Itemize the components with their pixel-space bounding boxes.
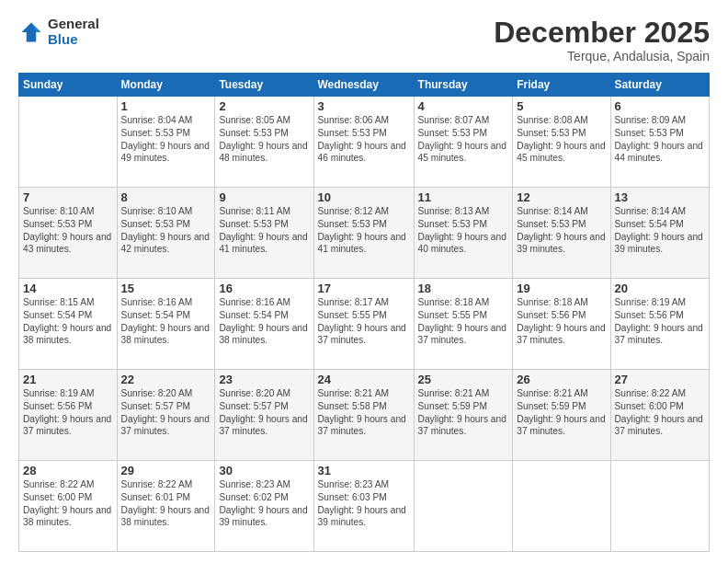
calendar-cell: 27Sunrise: 8:22 AM Sunset: 6:00 PM Dayli…	[610, 370, 710, 461]
title-block: December 2025 Terque, Andalusia, Spain	[494, 17, 710, 63]
calendar-cell: 7Sunrise: 8:10 AM Sunset: 5:53 PM Daylig…	[19, 188, 118, 279]
calendar-cell: 16Sunrise: 8:16 AM Sunset: 5:54 PM Dayli…	[215, 279, 313, 370]
calendar-cell: 18Sunrise: 8:18 AM Sunset: 5:55 PM Dayli…	[414, 279, 513, 370]
calendar-cell: 14Sunrise: 8:15 AM Sunset: 5:54 PM Dayli…	[19, 279, 118, 370]
calendar-cell: 10Sunrise: 8:12 AM Sunset: 5:53 PM Dayli…	[313, 188, 414, 279]
weekday-header-monday: Monday	[117, 74, 215, 97]
day-number: 2	[219, 99, 309, 113]
calendar-cell: 19Sunrise: 8:18 AM Sunset: 5:56 PM Dayli…	[513, 279, 610, 370]
calendar-week-row: 1Sunrise: 8:04 AM Sunset: 5:53 PM Daylig…	[19, 97, 710, 188]
day-info: Sunrise: 8:13 AM Sunset: 5:53 PM Dayligh…	[418, 205, 509, 256]
calendar-cell: 9Sunrise: 8:11 AM Sunset: 5:53 PM Daylig…	[215, 188, 313, 279]
day-number: 4	[418, 99, 509, 113]
calendar-cell: 21Sunrise: 8:19 AM Sunset: 5:56 PM Dayli…	[19, 370, 118, 461]
calendar-cell: 8Sunrise: 8:10 AM Sunset: 5:53 PM Daylig…	[117, 188, 215, 279]
day-info: Sunrise: 8:06 AM Sunset: 5:53 PM Dayligh…	[318, 114, 410, 165]
day-number: 29	[121, 464, 211, 477]
day-number: 6	[615, 99, 706, 113]
logo: General Blue	[18, 17, 99, 47]
day-info: Sunrise: 8:22 AM Sunset: 6:01 PM Dayligh…	[121, 478, 211, 529]
weekday-header-friday: Friday	[513, 74, 610, 97]
calendar-cell: 25Sunrise: 8:21 AM Sunset: 5:59 PM Dayli…	[414, 370, 513, 461]
calendar-cell: 2Sunrise: 8:05 AM Sunset: 5:53 PM Daylig…	[215, 97, 313, 188]
day-number: 11	[418, 190, 509, 204]
day-info: Sunrise: 8:23 AM Sunset: 6:03 PM Dayligh…	[318, 478, 410, 529]
calendar-cell: 31Sunrise: 8:23 AM Sunset: 6:03 PM Dayli…	[313, 461, 414, 552]
day-number: 27	[615, 373, 706, 386]
calendar-cell: 30Sunrise: 8:23 AM Sunset: 6:02 PM Dayli…	[215, 461, 313, 552]
day-info: Sunrise: 8:04 AM Sunset: 5:53 PM Dayligh…	[121, 114, 211, 165]
calendar-cell: 4Sunrise: 8:07 AM Sunset: 5:53 PM Daylig…	[414, 97, 513, 188]
day-number: 28	[23, 464, 113, 477]
calendar-cell	[513, 461, 610, 552]
day-info: Sunrise: 8:23 AM Sunset: 6:02 PM Dayligh…	[219, 478, 309, 529]
day-number: 1	[121, 99, 211, 113]
day-info: Sunrise: 8:10 AM Sunset: 5:53 PM Dayligh…	[23, 205, 113, 256]
day-number: 16	[219, 282, 309, 295]
day-info: Sunrise: 8:15 AM Sunset: 5:54 PM Dayligh…	[23, 296, 113, 347]
calendar-week-row: 14Sunrise: 8:15 AM Sunset: 5:54 PM Dayli…	[19, 279, 710, 370]
day-number: 20	[615, 282, 706, 295]
calendar-cell: 24Sunrise: 8:21 AM Sunset: 5:58 PM Dayli…	[313, 370, 414, 461]
calendar-cell: 3Sunrise: 8:06 AM Sunset: 5:53 PM Daylig…	[313, 97, 414, 188]
calendar-container: General Blue December 2025 Terque, Andal…	[0, 0, 728, 563]
day-info: Sunrise: 8:17 AM Sunset: 5:55 PM Dayligh…	[318, 296, 410, 347]
logo-general-text: General	[48, 17, 99, 32]
calendar-cell	[414, 461, 513, 552]
day-number: 24	[318, 373, 410, 386]
calendar-cell: 6Sunrise: 8:09 AM Sunset: 5:53 PM Daylig…	[610, 97, 710, 188]
header: General Blue December 2025 Terque, Andal…	[18, 17, 710, 63]
calendar-cell: 11Sunrise: 8:13 AM Sunset: 5:53 PM Dayli…	[414, 188, 513, 279]
day-info: Sunrise: 8:21 AM Sunset: 5:58 PM Dayligh…	[318, 387, 410, 438]
location-subtitle: Terque, Andalusia, Spain	[494, 49, 710, 63]
day-number: 30	[219, 464, 309, 477]
day-info: Sunrise: 8:22 AM Sunset: 6:00 PM Dayligh…	[23, 478, 113, 529]
day-number: 15	[121, 282, 211, 295]
calendar-cell: 12Sunrise: 8:14 AM Sunset: 5:53 PM Dayli…	[513, 188, 610, 279]
day-info: Sunrise: 8:08 AM Sunset: 5:53 PM Dayligh…	[517, 114, 606, 165]
calendar-cell: 17Sunrise: 8:17 AM Sunset: 5:55 PM Dayli…	[313, 279, 414, 370]
day-number: 31	[318, 464, 410, 477]
day-info: Sunrise: 8:19 AM Sunset: 5:56 PM Dayligh…	[615, 296, 706, 347]
day-number: 25	[418, 373, 509, 386]
calendar-cell	[610, 461, 710, 552]
day-number: 14	[23, 282, 113, 295]
day-info: Sunrise: 8:09 AM Sunset: 5:53 PM Dayligh…	[615, 114, 706, 165]
day-info: Sunrise: 8:20 AM Sunset: 5:57 PM Dayligh…	[219, 387, 309, 438]
day-info: Sunrise: 8:07 AM Sunset: 5:53 PM Dayligh…	[418, 114, 509, 165]
day-info: Sunrise: 8:18 AM Sunset: 5:55 PM Dayligh…	[418, 296, 509, 347]
day-info: Sunrise: 8:14 AM Sunset: 5:54 PM Dayligh…	[615, 205, 706, 256]
day-info: Sunrise: 8:19 AM Sunset: 5:56 PM Dayligh…	[23, 387, 113, 438]
calendar-week-row: 21Sunrise: 8:19 AM Sunset: 5:56 PM Dayli…	[19, 370, 710, 461]
calendar-table: SundayMondayTuesdayWednesdayThursdayFrid…	[18, 73, 710, 552]
day-info: Sunrise: 8:12 AM Sunset: 5:53 PM Dayligh…	[318, 205, 410, 256]
day-info: Sunrise: 8:21 AM Sunset: 5:59 PM Dayligh…	[517, 387, 606, 438]
day-info: Sunrise: 8:11 AM Sunset: 5:53 PM Dayligh…	[219, 205, 309, 256]
logo-text: General Blue	[48, 17, 99, 47]
weekday-header-row: SundayMondayTuesdayWednesdayThursdayFrid…	[19, 74, 710, 97]
weekday-header-wednesday: Wednesday	[313, 74, 414, 97]
day-number: 10	[318, 190, 410, 204]
day-number: 26	[517, 373, 606, 386]
day-number: 3	[318, 99, 410, 113]
day-number: 19	[517, 282, 606, 295]
day-number: 7	[23, 190, 113, 204]
day-info: Sunrise: 8:22 AM Sunset: 6:00 PM Dayligh…	[615, 387, 706, 438]
day-info: Sunrise: 8:16 AM Sunset: 5:54 PM Dayligh…	[219, 296, 309, 347]
day-info: Sunrise: 8:21 AM Sunset: 5:59 PM Dayligh…	[418, 387, 509, 438]
calendar-cell: 15Sunrise: 8:16 AM Sunset: 5:54 PM Dayli…	[117, 279, 215, 370]
day-number: 21	[23, 373, 113, 386]
day-number: 18	[418, 282, 509, 295]
calendar-cell: 28Sunrise: 8:22 AM Sunset: 6:00 PM Dayli…	[19, 461, 118, 552]
calendar-cell: 20Sunrise: 8:19 AM Sunset: 5:56 PM Dayli…	[610, 279, 710, 370]
day-info: Sunrise: 8:10 AM Sunset: 5:53 PM Dayligh…	[121, 205, 211, 256]
day-number: 9	[219, 190, 309, 204]
day-info: Sunrise: 8:05 AM Sunset: 5:53 PM Dayligh…	[219, 114, 309, 165]
day-info: Sunrise: 8:14 AM Sunset: 5:53 PM Dayligh…	[517, 205, 606, 256]
weekday-header-tuesday: Tuesday	[215, 74, 313, 97]
calendar-cell: 13Sunrise: 8:14 AM Sunset: 5:54 PM Dayli…	[610, 188, 710, 279]
logo-icon	[18, 19, 44, 45]
weekday-header-sunday: Sunday	[19, 74, 118, 97]
day-info: Sunrise: 8:20 AM Sunset: 5:57 PM Dayligh…	[121, 387, 211, 438]
day-number: 5	[517, 99, 606, 113]
